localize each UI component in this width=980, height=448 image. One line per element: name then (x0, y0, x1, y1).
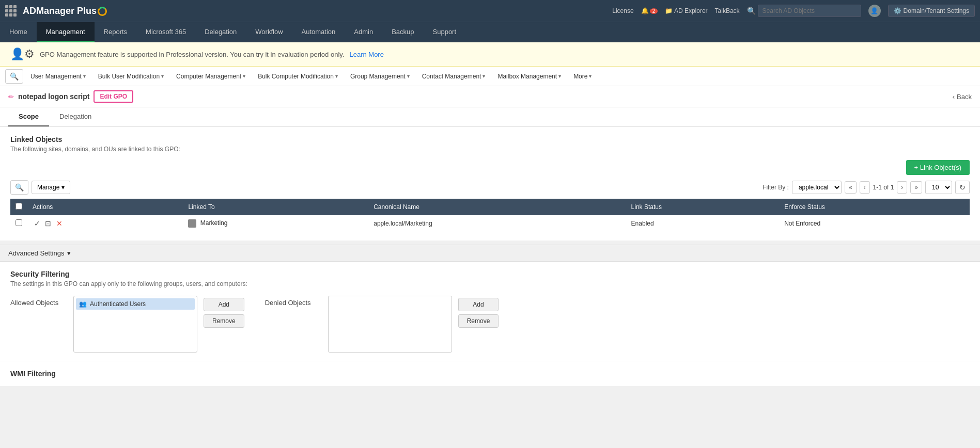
sub-nav-contact-management[interactable]: Contact Management ▾ (417, 70, 491, 83)
denied-objects-list[interactable] (328, 296, 452, 353)
user-avatar[interactable]: 👤 (868, 5, 881, 17)
delete-action-icon[interactable]: ✕ (56, 219, 63, 228)
linked-objects-table: Actions Linked To Canonical Name Link St… (10, 199, 970, 232)
col-canonical-name: Canonical Name (368, 199, 626, 215)
nav-delegation[interactable]: Delegation (195, 22, 246, 42)
nav-backup[interactable]: Backup (382, 22, 423, 42)
advanced-settings-label: Advanced Settings (8, 249, 64, 257)
learn-more-link[interactable]: Learn More (349, 51, 383, 58)
row-checkbox[interactable] (15, 219, 22, 226)
ad-explorer-link[interactable]: 📁 AD Explorer (665, 7, 707, 14)
tab-delegation[interactable]: Delegation (49, 107, 102, 126)
enable-action-icon[interactable]: ✓ (34, 219, 40, 228)
refresh-button[interactable]: ↻ (955, 181, 970, 194)
list-item[interactable]: 👥 Authenticated Users (76, 298, 195, 310)
banner-message: GPO Management feature is supported in P… (40, 51, 344, 58)
advanced-settings-bar[interactable]: Advanced Settings ▾ (0, 245, 980, 262)
back-button[interactable]: ‹ Back (953, 93, 972, 101)
sub-nav-group-management[interactable]: Group Management ▾ (345, 70, 415, 83)
chevron-down-icon: ▾ (161, 73, 164, 79)
security-filtering-title: Security Filtering (10, 270, 970, 278)
tab-scope[interactable]: Scope (8, 107, 49, 126)
tab-bar: Scope Delegation (0, 107, 980, 127)
notification-badge: 2 (650, 8, 658, 14)
search-ad-input[interactable] (758, 5, 861, 17)
toolbar-right: Filter By : apple.local « ‹ 1-1 of 1 › »… (763, 181, 970, 194)
sub-nav-computer-management[interactable]: Computer Management ▾ (171, 70, 251, 83)
nav-admin[interactable]: Admin (345, 22, 382, 42)
nav-home[interactable]: Home (0, 22, 37, 42)
prev-page-button[interactable]: ‹ (860, 181, 870, 194)
col-link-status: Link Status (626, 199, 780, 215)
edit-gpo-button[interactable]: Edit GPO (94, 90, 133, 103)
denied-add-button[interactable]: Add (458, 298, 499, 311)
row-actions: ✓ ⊡ ✕ (27, 215, 183, 232)
col-actions: Actions (27, 199, 183, 215)
table-search-icon[interactable]: 🔍 (10, 180, 28, 195)
sub-nav-bulk-user-modification[interactable]: Bulk User Modification ▾ (93, 70, 169, 83)
users-icon: 👥 (79, 300, 87, 308)
allowed-objects-group: Allowed Objects 👥 Authenticated Users Ad… (10, 296, 244, 353)
filter-domain-select[interactable]: apple.local (792, 181, 842, 194)
sub-nav-user-management[interactable]: User Management ▾ (25, 70, 91, 83)
manage-chevron-icon: ▾ (61, 184, 65, 191)
linked-objects-title: Linked Objects (10, 135, 970, 143)
advanced-settings-chevron-icon: ▾ (67, 249, 71, 257)
denied-objects-label: Denied Objects (265, 296, 322, 307)
copy-action-icon[interactable]: ⊡ (45, 219, 51, 228)
denied-objects-group: Denied Objects Add Remove (265, 296, 499, 353)
gpo-banner: 👤⚙ GPO Management feature is supported i… (0, 42, 980, 67)
notification-bell[interactable]: 🔔2 (641, 7, 658, 14)
nav-management[interactable]: Management (37, 22, 95, 42)
sub-nav-more[interactable]: More ▾ (568, 70, 597, 83)
nav-automation[interactable]: Automation (292, 22, 345, 42)
filter-by-label: Filter By : (763, 184, 789, 191)
next-page-button[interactable]: › (897, 181, 907, 194)
nav-reports[interactable]: Reports (95, 22, 137, 42)
link-objects-button[interactable]: + Link Object(s) (906, 160, 970, 175)
allowed-add-button[interactable]: Add (204, 298, 244, 311)
select-all-checkbox[interactable] (15, 203, 22, 210)
allowed-objects-label: Allowed Objects (10, 296, 67, 307)
banner-icon: 👤⚙ (10, 47, 35, 61)
allowed-objects-buttons: Add Remove (204, 296, 244, 328)
manage-button[interactable]: Manage ▾ (32, 181, 70, 194)
top-bar-right: License 🔔2 📁 AD Explorer TalkBack 🔍 👤 ⚙️… (612, 5, 975, 17)
last-page-button[interactable]: » (910, 181, 922, 194)
license-link[interactable]: License (612, 7, 633, 14)
per-page-select[interactable]: 10 (925, 181, 952, 194)
select-all-header (10, 199, 27, 215)
row-link-status: Enabled (626, 215, 780, 232)
wmi-filtering-section: WMI Filtering (0, 361, 980, 386)
page-info: 1-1 of 1 (873, 184, 894, 191)
app-logo: ADManager Plus (23, 6, 107, 17)
security-filtering-section: Security Filtering The settings in this … (0, 262, 980, 361)
allowed-objects-list[interactable]: 👥 Authenticated Users (73, 296, 197, 353)
breadcrumb-title: notepad logon script (18, 92, 89, 101)
talkback-link[interactable]: TalkBack (715, 7, 740, 14)
domain-settings-btn[interactable]: ⚙️ Domain/Tenant Settings (888, 5, 975, 17)
objects-row: Allowed Objects 👥 Authenticated Users Ad… (10, 296, 970, 353)
first-page-button[interactable]: « (845, 181, 857, 194)
allowed-remove-button[interactable]: Remove (204, 314, 244, 328)
sub-nav-search-icon[interactable]: 🔍 (5, 69, 23, 84)
linked-objects-section: Linked Objects The following sites, doma… (0, 127, 980, 241)
chevron-down-icon: ▾ (483, 73, 485, 79)
sub-nav-mailbox-management[interactable]: Mailbox Management ▾ (492, 70, 566, 83)
col-linked-to: Linked To (183, 199, 368, 215)
nav-workflow[interactable]: Workflow (246, 22, 292, 42)
nav-support[interactable]: Support (424, 22, 466, 42)
security-filtering-desc: The settings in this GPO can apply only … (10, 280, 970, 287)
table-row: ✓ ⊡ ✕ Marketing apple.local/Marketing En… (10, 215, 970, 232)
row-canonical-name: apple.local/Marketing (368, 215, 626, 232)
top-bar-left: ADManager Plus (5, 5, 107, 17)
nav-microsoft365[interactable]: Microsoft 365 (136, 22, 195, 42)
denied-remove-button[interactable]: Remove (458, 314, 499, 328)
ou-icon (188, 219, 196, 228)
row-linked-to: Marketing (183, 215, 368, 232)
sub-nav-bulk-computer-modification[interactable]: Bulk Computer Modification ▾ (253, 70, 343, 83)
row-enforce-status: Not Enforced (779, 215, 970, 232)
chevron-down-icon: ▾ (83, 73, 86, 79)
chevron-down-icon: ▾ (558, 73, 561, 79)
toolbar-left: 🔍 Manage ▾ (10, 180, 70, 195)
